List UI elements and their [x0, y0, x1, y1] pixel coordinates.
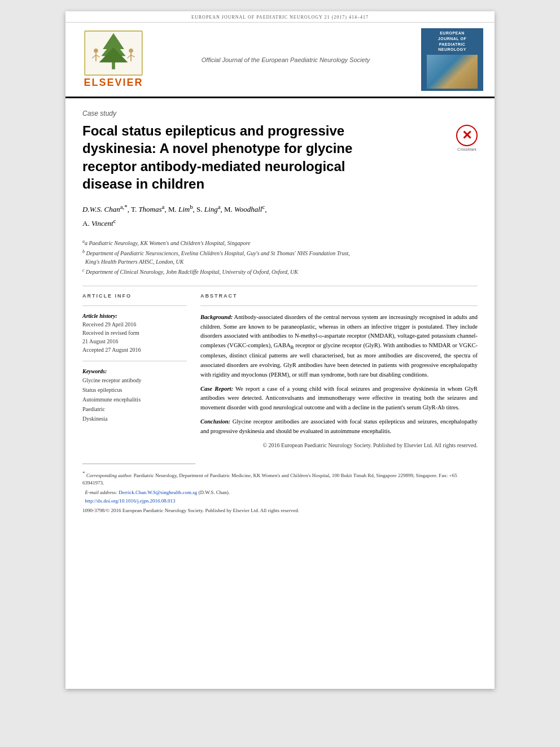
author-woodhall-super: c [262, 203, 265, 210]
keyword-2: Status epilepticus [82, 385, 187, 395]
section-divider [82, 286, 478, 286]
abstract-divider [200, 305, 478, 306]
affil-a: aa Paediatric Neurology, KK Women's and … [82, 238, 478, 247]
svg-point-10 [129, 49, 133, 53]
elsevier-tree-icon [82, 30, 145, 76]
author-woodhall: Woodhall [234, 205, 262, 213]
svg-point-6 [94, 49, 98, 53]
info-divider-mid [82, 361, 187, 361]
authors-line: D.W.S. Chana,*, T. Thomasa, M. Limb, S. … [82, 202, 478, 230]
crossmark-icon: ✕ [462, 128, 472, 143]
journal-official-text: Official Journal of the European Paediat… [161, 28, 410, 91]
email-link[interactable]: Derrick.Chan.W.S@singhealth.com.sg [119, 490, 197, 495]
journal-cover-image [427, 55, 478, 89]
conclusion-text: Glycine receptor antibodies are associat… [200, 418, 478, 434]
article-title: Focal status epilepticus and progressive… [82, 122, 399, 193]
author-vincent: Vincent [91, 220, 113, 228]
email-suffix: (D.W.S. Chan). [199, 490, 230, 495]
abstract-case: Case Report: We report a case of a young… [200, 385, 478, 413]
article-info-header: Article Info [82, 293, 187, 299]
main-content: Case study Focal status epilepticus and … [65, 98, 495, 526]
star-icon: * [82, 470, 85, 476]
author-chan-super: a,* [120, 203, 128, 210]
crossmark-badge[interactable]: ✕ CrossMark [456, 125, 478, 151]
keyword-1: Glycine receptor antibody [82, 375, 187, 385]
affiliations: aa Paediatric Neurology, KK Women's and … [82, 238, 478, 277]
author-chan: D.W.S. Chan [82, 205, 120, 213]
journal-header: ELSEVIER Official Journal of the Europea… [65, 23, 495, 98]
copyright-line: © 2016 European Paediatric Neurology Soc… [200, 441, 478, 450]
elsevier-wordmark: ELSEVIER [84, 77, 143, 89]
info-divider-top [82, 305, 187, 306]
title-row: Focal status epilepticus and progressive… [82, 122, 478, 202]
author-lim-super: b [190, 203, 193, 210]
author-vincent-super: c [113, 217, 116, 224]
section-label: Case study [82, 110, 478, 117]
keywords-section: Keywords: Glycine receptor antibody Stat… [82, 368, 187, 423]
revised-date: Received in revised form21 August 2016 [82, 329, 187, 346]
email-label-text: E-mail address: [85, 490, 117, 495]
abstract-column: Abstract Background: Antibody-associated… [200, 293, 478, 450]
doi-link[interactable]: http://dx.doi.org/10.1016/j.ejpn.2016.08… [85, 498, 176, 504]
journal-cover: EUROPEANJOURNAL OFPAEDIATRICNEUROLOGY [421, 28, 483, 91]
journal-banner-text: European Journal of Paediatric Neurology… [191, 15, 369, 20]
affil-c: c Department of Clinical Neurology, John… [82, 267, 478, 276]
keywords-list: Glycine receptor antibody Status epilept… [82, 375, 187, 423]
issn-line: 1090-3798/© 2016 European Paediatric Neu… [82, 507, 478, 515]
doi-line: http://dx.doi.org/10.1016/j.ejpn.2016.08… [82, 497, 478, 505]
accepted-date: Accepted 27 August 2016 [82, 346, 187, 354]
page: European Journal of Paediatric Neurology… [65, 11, 495, 689]
author-lim: Lim [178, 205, 190, 213]
abstract-body: Background: Antibody-associated disorder… [200, 313, 478, 450]
keyword-3: Autoimmune encephalitis [82, 395, 187, 404]
author-ling-super: a [218, 203, 221, 210]
case-text: We report a case of a young child with f… [200, 386, 478, 411]
corresponding-author-text: Corresponding author. Paediatric Neurolo… [82, 473, 457, 486]
article-info-column: Article Info Article history: Received 2… [82, 293, 187, 450]
author-ling: Ling [204, 205, 218, 213]
abstract-background: Background: Antibody-associated disorder… [200, 313, 478, 380]
keyword-5: Dyskinesia [82, 414, 187, 423]
elsevier-logo: ELSEVIER [77, 28, 150, 91]
background-label: Background: [200, 314, 233, 320]
journal-banner: European Journal of Paediatric Neurology… [65, 11, 495, 23]
article-history-section: Article history: Received 29 April 2016 … [82, 313, 187, 354]
received-date: Received 29 April 2016 [82, 320, 187, 329]
author-thomas: Thomas [138, 205, 161, 213]
author-thomas-super: a [162, 203, 165, 210]
case-label: Case Report: [200, 386, 233, 392]
footnote-divider [82, 464, 195, 464]
article-history-label: Article history: [82, 313, 187, 319]
crossmark-circle: ✕ [456, 125, 478, 146]
keywords-label: Keywords: [82, 368, 187, 374]
keyword-4: Paediatric [82, 404, 187, 414]
email-line: E-mail address: Derrick.Chan.W.S@singhea… [82, 489, 478, 497]
conclusion-label: Conclusion: [200, 418, 230, 425]
footnotes: * Corresponding author. Paediatric Neuro… [82, 470, 478, 515]
corresponding-author-note: * Corresponding author. Paediatric Neuro… [82, 470, 478, 487]
two-column-section: Article Info Article history: Received 2… [82, 293, 478, 450]
background-text: Antibody-associated disorders of the cen… [200, 314, 478, 378]
affil-b: b Department of Paediatric Neurosciences… [82, 248, 478, 266]
abstract-conclusion: Conclusion: Glycine receptor antibodies … [200, 417, 478, 436]
crossmark-label: CrossMark [457, 147, 476, 151]
abstract-header: Abstract [200, 293, 478, 299]
journal-cover-title: EUROPEANJOURNAL OFPAEDIATRICNEUROLOGY [438, 30, 466, 53]
